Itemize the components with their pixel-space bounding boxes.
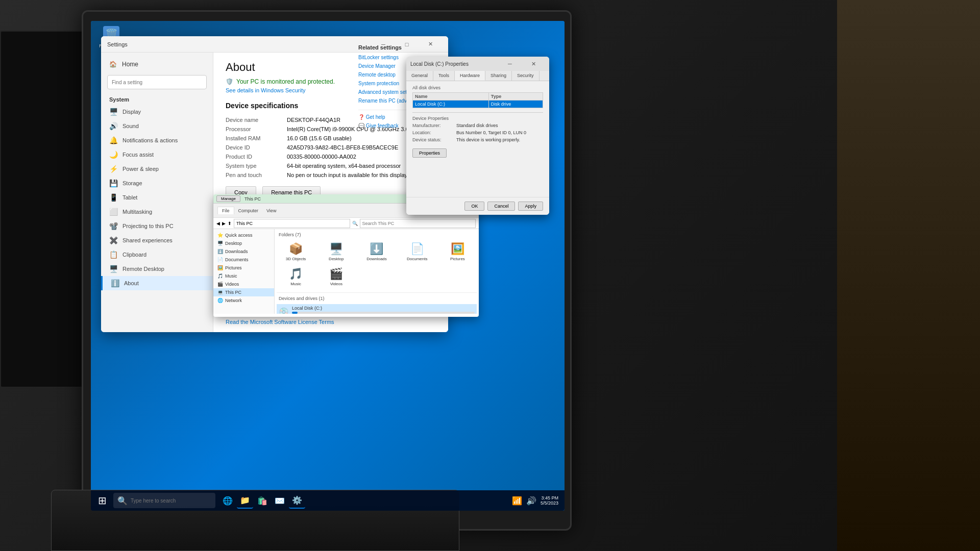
- remote-icon: 🖥️: [109, 265, 117, 273]
- monitor-frame: 🗑️ Recycle Bin 🌐 Microsoft Edge Settings…: [82, 10, 572, 531]
- taskbar-clock[interactable]: 3:45 PM 5/5/2023: [541, 495, 558, 506]
- folder-music-icon: 🎵: [289, 267, 303, 281]
- spec-system-type: System type 64-bit operating system, x64…: [226, 163, 436, 169]
- sidebar-item-remote[interactable]: 🖥️ Remote Desktop: [101, 262, 213, 276]
- taskbar-app-edge[interactable]: 🌐: [219, 492, 236, 509]
- sidebar-search-input[interactable]: [107, 75, 207, 89]
- fe-back-icon[interactable]: ◀: [216, 221, 220, 226]
- nav-music-label: Music: [225, 273, 237, 279]
- manage-button[interactable]: Manage: [216, 195, 240, 202]
- sidebar-item-focus[interactable]: 🌙 Focus assist: [101, 147, 213, 162]
- nav-downloads-icon: ⬇️: [217, 249, 223, 254]
- dp-drive-name: Local Disk (C:): [413, 101, 489, 108]
- folder-music[interactable]: 🎵 Music: [277, 265, 315, 288]
- drive-local-disk[interactable]: 💿 Local Disk (C:) 1.75 TB free of 1.81 T…: [277, 304, 477, 314]
- dp-drive-row[interactable]: Local Disk (C:) Disk drive: [413, 101, 543, 108]
- notifications-label: Notifications & actions: [122, 137, 178, 143]
- taskbar-search-input[interactable]: [131, 498, 211, 504]
- sidebar-item-power[interactable]: ⚡ Power & sleep: [101, 162, 213, 176]
- sidebar-item-shared[interactable]: ✖️ Shared experiences: [101, 233, 213, 247]
- folder-downloads-label: Downloads: [366, 257, 387, 261]
- power-icon: ⚡: [109, 165, 117, 173]
- fe-nav-documents[interactable]: 📄 Documents: [213, 256, 274, 264]
- folder-videos-label: Videos: [330, 282, 342, 286]
- fe-search-icon[interactable]: 🔍: [352, 221, 358, 226]
- dp-minimize-btn[interactable]: ─: [498, 57, 522, 72]
- folders-label: Folders (7): [277, 231, 477, 238]
- fe-nav-videos[interactable]: 🎬 Videos: [213, 280, 274, 288]
- dp-tab-hardware[interactable]: Hardware: [455, 71, 485, 81]
- folder-documents-label: Documents: [407, 257, 427, 261]
- dp-title: Local Disk (C:) Properties: [410, 61, 498, 67]
- sidebar-search-container: [107, 75, 207, 89]
- dp-device-props: Device Properties Manufacturer: Standard…: [412, 112, 543, 158]
- sidebar-item-projecting[interactable]: 📽️ Projecting to this PC: [101, 219, 213, 233]
- dp-ok-btn[interactable]: OK: [464, 202, 484, 211]
- shared-label: Shared experiences: [122, 237, 173, 243]
- fe-tab-view[interactable]: View: [262, 207, 280, 214]
- sidebar-home[interactable]: 🏠 Home: [101, 57, 213, 72]
- home-icon: 🏠: [109, 61, 117, 68]
- taskbar-app-mail[interactable]: ✉️: [272, 492, 288, 509]
- sidebar-item-sound[interactable]: 🔊 Sound: [101, 119, 213, 133]
- fe-up-icon[interactable]: ⬆: [228, 221, 232, 226]
- taskbar-app-explorer[interactable]: 📁: [237, 492, 253, 509]
- disk-properties-window: Local Disk (C:) Properties ─ ✕ General T…: [406, 57, 549, 215]
- dp-col-type: Type: [488, 93, 543, 101]
- fe-nav-this-pc[interactable]: 💻 This PC: [213, 288, 274, 296]
- folder-3d-objects[interactable]: 📦 3D Objects: [277, 240, 315, 263]
- clipboard-label: Clipboard: [122, 252, 146, 258]
- taskbar-app-settings[interactable]: ⚙️: [289, 492, 305, 509]
- settings-title: Settings: [107, 41, 372, 47]
- start-button[interactable]: ⊞: [93, 491, 111, 510]
- fe-nav-music[interactable]: 🎵 Music: [213, 272, 274, 280]
- sidebar-item-notifications[interactable]: 🔔 Notifications & actions: [101, 133, 213, 147]
- fe-nav-network[interactable]: 🌐 Network: [213, 296, 274, 305]
- drives-section: Devices and drives (1) 💿 Local Disk (C:): [277, 292, 477, 314]
- sidebar-item-multitasking[interactable]: ⬜ Multitasking: [101, 205, 213, 219]
- nav-this-pc-icon: 💻: [217, 290, 223, 295]
- folder-desktop[interactable]: 🖥️ Desktop: [317, 240, 355, 263]
- fe-path-input[interactable]: [234, 219, 350, 228]
- taskbar-app-store[interactable]: 🛍️: [254, 492, 271, 509]
- settings-sidebar: 🏠 Home System 🖥️ Display: [101, 53, 213, 332]
- dp-tabs: General Tools Hardware Sharing Security: [406, 71, 549, 81]
- network-icon[interactable]: 📶: [512, 496, 522, 506]
- folder-videos[interactable]: 🎬 Videos: [317, 265, 355, 288]
- dp-close-btn[interactable]: ✕: [522, 57, 545, 72]
- fe-nav-pictures[interactable]: 🖼️ Pictures: [213, 264, 274, 272]
- license-terms-link[interactable]: Read the Microsoft Software License Term…: [226, 319, 436, 325]
- sidebar-item-display[interactable]: 🖥️ Display: [101, 105, 213, 119]
- fe-search-input[interactable]: [360, 219, 476, 228]
- fe-forward-icon[interactable]: ▶: [222, 221, 226, 226]
- dp-tab-sharing[interactable]: Sharing: [485, 71, 512, 81]
- sidebar-category: System: [101, 92, 213, 105]
- dp-apply-btn[interactable]: Apply: [518, 202, 543, 211]
- fe-nav-desktop[interactable]: 🖥️ Desktop: [213, 239, 274, 247]
- folder-downloads[interactable]: ⬇️ Downloads: [357, 240, 396, 263]
- folder-pictures[interactable]: 🖼️ Pictures: [438, 240, 477, 263]
- dp-tab-security[interactable]: Security: [512, 71, 540, 81]
- folder-desktop-label: Desktop: [329, 257, 344, 261]
- folder-documents[interactable]: 📄 Documents: [398, 240, 436, 263]
- taskbar-search-box[interactable]: 🔍: [113, 493, 215, 508]
- sidebar-item-about[interactable]: ℹ️ About: [101, 276, 213, 290]
- dp-cancel-btn[interactable]: Cancel: [487, 202, 515, 211]
- give-feedback-label: Give feedback: [366, 123, 399, 129]
- dp-tab-general[interactable]: General: [406, 71, 433, 81]
- projecting-icon: 📽️: [109, 222, 117, 230]
- volume-icon[interactable]: 🔊: [526, 496, 536, 506]
- fe-nav-downloads[interactable]: ⬇️ Downloads: [213, 247, 274, 256]
- storage-label: Storage: [122, 180, 142, 186]
- sidebar-item-storage[interactable]: 💾 Storage: [101, 176, 213, 190]
- dp-properties-btn[interactable]: Properties: [412, 148, 447, 158]
- sidebar-item-clipboard[interactable]: 📋 Clipboard: [101, 247, 213, 262]
- fe-tab-computer[interactable]: Computer: [234, 207, 263, 214]
- dp-tab-tools[interactable]: Tools: [433, 71, 455, 81]
- fe-tab-file[interactable]: File: [217, 207, 234, 214]
- fe-nav-quick-access[interactable]: ⭐ Quick access: [213, 231, 274, 239]
- dp-prop-status: Device status: This device is working pr…: [412, 137, 543, 142]
- sidebar-item-tablet[interactable]: 📱 Tablet: [101, 190, 213, 205]
- shield-icon: 🛡️: [226, 78, 233, 85]
- dp-prop-location: Location: Bus Number 0, Target ID 0, LUN…: [412, 130, 543, 135]
